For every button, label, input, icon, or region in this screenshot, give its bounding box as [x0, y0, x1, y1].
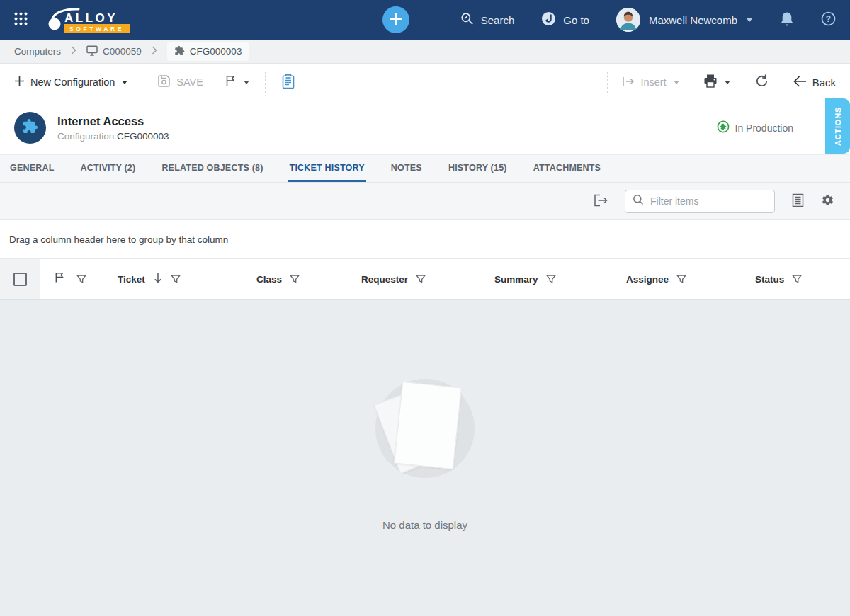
filter-funnel-icon[interactable]: [416, 275, 426, 284]
toolbar-divider: [607, 72, 608, 93]
view-layout-button[interactable]: [792, 193, 804, 210]
filter-search-box: [625, 190, 775, 213]
notifications-button[interactable]: [780, 11, 794, 29]
column-label: Ticket: [118, 274, 145, 285]
toolbar-divider: [265, 72, 266, 93]
breadcrumb-computers-label: Computers: [14, 46, 61, 57]
grid-settings-button[interactable]: [821, 193, 834, 209]
column-header-requester[interactable]: Requester: [348, 259, 482, 299]
puzzle-icon: [22, 118, 38, 137]
insert-arrow-icon: [622, 76, 635, 89]
column-label: Requester: [361, 274, 408, 285]
search-icon: [633, 194, 644, 208]
bell-icon: [780, 11, 794, 29]
tab-related-objects[interactable]: RELATED OBJECTS (8): [160, 155, 264, 182]
sort-down-icon: [153, 273, 163, 285]
configuration-avatar: [14, 112, 46, 144]
filter-funnel-icon[interactable]: [792, 275, 802, 284]
column-header-assignee[interactable]: Assignee: [613, 259, 742, 299]
plus-icon: [390, 13, 402, 28]
document-icon: [792, 193, 804, 210]
tab-attachments[interactable]: ATTACHMENTS: [532, 155, 602, 182]
goto-button[interactable]: Go to: [541, 11, 589, 28]
select-all-checkbox[interactable]: [13, 273, 27, 286]
chevron-down-icon: [674, 81, 679, 84]
goto-icon: [541, 11, 556, 28]
flag-menu-button[interactable]: [225, 75, 249, 89]
empty-state-illustration: [375, 379, 475, 478]
help-button[interactable]: ?: [821, 11, 836, 28]
status-label: In Production: [735, 122, 794, 134]
print-button[interactable]: [703, 74, 730, 90]
column-label: Status: [755, 274, 784, 285]
breadcrumb-computer-label: C000059: [103, 46, 142, 57]
tab-history[interactable]: HISTORY (15): [447, 155, 509, 182]
breadcrumb-computer[interactable]: C000059: [86, 45, 142, 58]
record-tabs: GENERAL ACTIVITY (2) RELATED OBJECTS (8)…: [0, 154, 850, 183]
refresh-button[interactable]: [754, 74, 769, 91]
group-by-hint: Drag a column header here to group by th…: [9, 234, 228, 245]
back-button[interactable]: Back: [793, 76, 836, 89]
back-arrow-icon: [793, 76, 807, 89]
alloy-logo[interactable]: ALLOY SOFTWARE: [47, 7, 131, 33]
insert-button[interactable]: Insert: [622, 76, 679, 89]
tab-general[interactable]: GENERAL: [8, 155, 56, 182]
save-button[interactable]: SAVE: [157, 74, 203, 90]
record-id-value: CFG000003: [117, 131, 169, 142]
group-by-dropzone[interactable]: Drag a column header here to group by th…: [0, 220, 850, 259]
filter-funnel-icon[interactable]: [676, 275, 686, 284]
top-navbar: ALLOY SOFTWARE Search: [0, 0, 850, 40]
filter-funnel-icon[interactable]: [546, 275, 556, 284]
tab-notes[interactable]: NOTES: [390, 155, 424, 182]
chevron-down-icon: [244, 81, 249, 84]
plus-icon: [14, 76, 25, 89]
refresh-icon: [754, 74, 769, 91]
svg-text:SOFTWARE: SOFTWARE: [69, 25, 124, 32]
select-all-cell: [0, 259, 40, 299]
global-search-button[interactable]: Search: [460, 12, 515, 28]
tab-activity[interactable]: ACTIVITY (2): [79, 155, 137, 182]
chevron-right-icon: [152, 46, 157, 57]
record-header: Internet Access Configuration:CFG000003 …: [0, 101, 850, 154]
new-configuration-label: New Configuration: [30, 76, 115, 88]
insert-label: Insert: [640, 76, 666, 88]
filter-funnel-icon[interactable]: [171, 275, 181, 284]
empty-state-message: No data to display: [382, 519, 468, 531]
flag-icon: [225, 75, 237, 89]
clipboard-icon: [281, 74, 295, 91]
column-header-summary[interactable]: Summary: [482, 259, 613, 299]
filter-funnel-icon[interactable]: [290, 275, 300, 284]
printer-icon: [703, 74, 718, 90]
column-header-ticket[interactable]: Ticket: [105, 259, 244, 299]
app-launcher-button[interactable]: [14, 12, 28, 28]
search-label: Search: [481, 14, 515, 26]
flag-column-header[interactable]: [40, 259, 105, 299]
column-header-status[interactable]: Status: [742, 259, 850, 299]
tab-ticket-history[interactable]: TICKET HISTORY: [288, 155, 366, 182]
alloy-swoosh-icon: ALLOY SOFTWARE: [47, 7, 131, 33]
page-title: Internet Access: [57, 115, 169, 128]
goto-label: Go to: [563, 14, 589, 26]
status-badge: In Production: [717, 120, 794, 135]
svg-text:ALLOY: ALLOY: [64, 11, 118, 25]
chevron-down-icon: [122, 81, 128, 84]
user-menu[interactable]: Maxwell Newcomb: [616, 8, 753, 32]
help-icon: ?: [821, 11, 836, 28]
grid-body: No data to display: [0, 300, 850, 616]
filter-funnel-icon[interactable]: [76, 275, 86, 284]
breadcrumb-config-chip[interactable]: CFG000003: [167, 42, 249, 61]
breadcrumb-computers[interactable]: Computers: [14, 46, 61, 57]
new-configuration-button[interactable]: New Configuration: [14, 76, 128, 89]
filter-input[interactable]: [650, 195, 767, 207]
paper-front: [394, 382, 462, 469]
paste-clipboard-button[interactable]: [281, 74, 295, 91]
avatar: [616, 8, 640, 32]
export-button[interactable]: [593, 194, 608, 209]
gear-icon: [821, 193, 834, 209]
actions-panel-tab[interactable]: ACTIONS: [825, 98, 850, 154]
column-label: Class: [256, 274, 282, 285]
create-new-button[interactable]: [382, 6, 409, 33]
chevron-right-icon: [71, 46, 76, 57]
user-name: Maxwell Newcomb: [649, 14, 737, 26]
column-header-class[interactable]: Class: [244, 259, 348, 299]
